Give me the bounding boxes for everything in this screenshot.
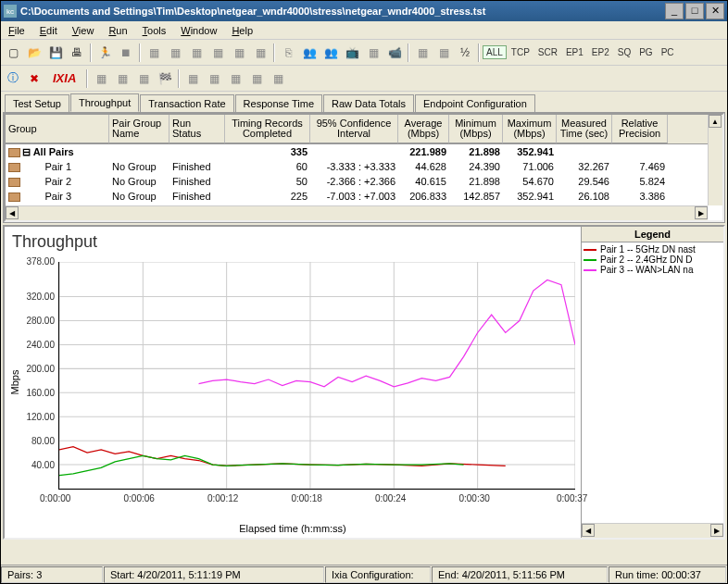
- legend-title: Legend: [582, 227, 723, 242]
- table-row[interactable]: Pair 2No GroupFinished50-2.366 : +2.3664…: [6, 174, 722, 189]
- tool-icon-6[interactable]: ▦: [250, 43, 270, 63]
- mode-pg[interactable]: PG: [635, 45, 656, 59]
- tool-icon-8[interactable]: ▦: [412, 43, 433, 63]
- close-button[interactable]: ✕: [706, 3, 724, 19]
- col-confidence-interval[interactable]: 95% Confidence Interval: [310, 115, 398, 143]
- legend-panel: Legend Pair 1 -- 5GHz DN nastPair 2 -- 2…: [581, 227, 723, 538]
- tool-icon-4[interactable]: ▦: [207, 43, 228, 63]
- table-scrollbar-horizontal[interactable]: ◀ ▶: [6, 205, 708, 220]
- mode-sq[interactable]: SQ: [614, 45, 634, 59]
- close-x-icon[interactable]: ✖: [24, 68, 44, 89]
- camera-icon[interactable]: 📹: [384, 43, 405, 63]
- legend-scrollbar[interactable]: ◀ ▶: [582, 523, 723, 538]
- col-pair-group-name[interactable]: Pair Group Name: [109, 115, 169, 143]
- pair-icon-1[interactable]: 👥: [299, 43, 320, 63]
- col-minimum[interactable]: Minimum (Mbps): [449, 115, 503, 143]
- monitor-icon[interactable]: 📺: [342, 43, 362, 63]
- run-icon[interactable]: 🏃: [94, 43, 115, 63]
- legend-item[interactable]: Pair 3 -- WAN>LAN na: [584, 265, 722, 275]
- tab-raw-data-totals[interactable]: Raw Data Totals: [323, 94, 414, 112]
- col-timing-records[interactable]: Timing Records Completed: [225, 115, 310, 143]
- menu-window[interactable]: Window: [173, 23, 224, 38]
- sec-icon-5[interactable]: ▦: [204, 68, 224, 89]
- tab-test-setup[interactable]: Test Setup: [5, 94, 69, 112]
- legend-swatch: [584, 259, 596, 261]
- mode-ep2[interactable]: EP2: [588, 45, 613, 59]
- maximize-button[interactable]: □: [685, 3, 704, 19]
- tab-response-time[interactable]: Response Time: [235, 94, 322, 112]
- mode-pc[interactable]: PC: [658, 45, 678, 59]
- col-group[interactable]: Group: [6, 115, 109, 143]
- book-icon: [8, 193, 20, 202]
- menu-file[interactable]: File: [1, 23, 32, 38]
- tool-icon-9[interactable]: ▦: [433, 43, 454, 63]
- menu-run[interactable]: Run: [101, 23, 134, 38]
- sec-icon-7[interactable]: ▦: [246, 68, 267, 89]
- legend-item[interactable]: Pair 2 -- 2.4GHz DN D: [584, 255, 722, 265]
- book-icon: [8, 178, 20, 187]
- y-tick-label: 40.00: [31, 460, 55, 470]
- tab-transaction-rate[interactable]: Transaction Rate: [140, 94, 233, 112]
- tool-icon-1[interactable]: ▦: [144, 43, 164, 63]
- legend-label: Pair 2 -- 2.4GHz DN D: [600, 255, 692, 265]
- menu-tools[interactable]: Tools: [135, 23, 174, 38]
- menu-edit[interactable]: Edit: [32, 23, 65, 38]
- status-bar: Pairs: 3 Start: 4/20/2011, 5:11:19 PM Ix…: [1, 565, 727, 583]
- col-relative-precision[interactable]: Relative Precision: [612, 115, 668, 143]
- tool-icon-2[interactable]: ▦: [165, 43, 185, 63]
- info-icon[interactable]: ⓘ: [3, 68, 23, 89]
- table-row[interactable]: ⊟ All Pairs335221.98921.898352.941: [6, 144, 722, 159]
- menu-help[interactable]: Help: [224, 23, 260, 38]
- legend-swatch: [584, 249, 596, 251]
- save-icon[interactable]: 💾: [45, 43, 66, 63]
- sec-icon-2[interactable]: ▦: [112, 68, 132, 89]
- book-icon: [8, 148, 20, 157]
- new-icon[interactable]: ▢: [3, 43, 23, 63]
- tab-endpoint-configuration[interactable]: Endpoint Configuration: [415, 94, 535, 112]
- number-icon[interactable]: ½: [455, 43, 475, 63]
- scroll-up-icon[interactable]: ▲: [709, 115, 722, 128]
- scroll-right-icon[interactable]: ▶: [695, 206, 708, 219]
- x-tick-label: 0:00:00: [40, 493, 70, 503]
- menu-view[interactable]: View: [65, 23, 102, 38]
- ixia-logo: IXIA: [45, 71, 83, 85]
- pair-icon-2[interactable]: 👥: [320, 43, 341, 63]
- flag-icon[interactable]: 🏁: [155, 68, 175, 89]
- status-start: Start: 4/20/2011, 5:11:19 PM: [104, 566, 324, 583]
- copy-icon[interactable]: ⎘: [278, 43, 298, 63]
- col-run-status[interactable]: Run Status: [169, 115, 225, 143]
- menu-bar: File Edit View Run Tools Window Help: [1, 21, 727, 40]
- table-row[interactable]: Pair 1No GroupFinished60-3.333 : +3.3334…: [6, 159, 722, 174]
- sec-icon-4[interactable]: ▦: [182, 68, 203, 89]
- stop-icon[interactable]: ⏹: [116, 43, 136, 63]
- tool-icon-3[interactable]: ▦: [186, 43, 207, 63]
- tab-throughput[interactable]: Throughput: [70, 93, 139, 112]
- col-average[interactable]: Average (Mbps): [398, 115, 449, 143]
- sec-icon-3[interactable]: ▦: [133, 68, 154, 89]
- legend-body: Pair 1 -- 5GHz DN nastPair 2 -- 2.4GHz D…: [582, 242, 723, 523]
- table-row[interactable]: Pair 3No GroupFinished225-7.003 : +7.003…: [6, 189, 722, 204]
- tool-icon-7[interactable]: ▦: [363, 43, 383, 63]
- legend-swatch: [584, 269, 596, 271]
- legend-scroll-right-icon[interactable]: ▶: [710, 524, 723, 537]
- open-icon[interactable]: 📂: [24, 43, 44, 63]
- tool-icon-5[interactable]: ▦: [229, 43, 249, 63]
- y-tick-label: 120.00: [26, 412, 55, 422]
- mode-tcp[interactable]: TCP: [508, 45, 533, 59]
- sec-icon-8[interactable]: ▦: [268, 68, 288, 89]
- sec-icon-1[interactable]: ▦: [91, 68, 111, 89]
- legend-item[interactable]: Pair 1 -- 5GHz DN nast: [584, 244, 722, 255]
- col-measured-time[interactable]: Measured Time (sec): [557, 115, 612, 143]
- table-scrollbar-vertical[interactable]: ▲: [708, 115, 722, 205]
- mode-ep1[interactable]: EP1: [562, 45, 587, 59]
- minimize-button[interactable]: _: [665, 3, 684, 19]
- status-runtime: Run time: 00:00:37: [609, 566, 726, 583]
- legend-scroll-left-icon[interactable]: ◀: [582, 524, 595, 537]
- mode-all[interactable]: ALL: [483, 45, 507, 59]
- chart-block: Throughput Mbps Elapsed time (h:mm:ss) 4…: [3, 225, 725, 540]
- print-icon[interactable]: 🖶: [67, 43, 87, 63]
- scroll-left-icon[interactable]: ◀: [6, 206, 19, 219]
- mode-scr[interactable]: SCR: [534, 45, 561, 59]
- col-maximum[interactable]: Maximum (Mbps): [503, 115, 557, 143]
- sec-icon-6[interactable]: ▦: [225, 68, 245, 89]
